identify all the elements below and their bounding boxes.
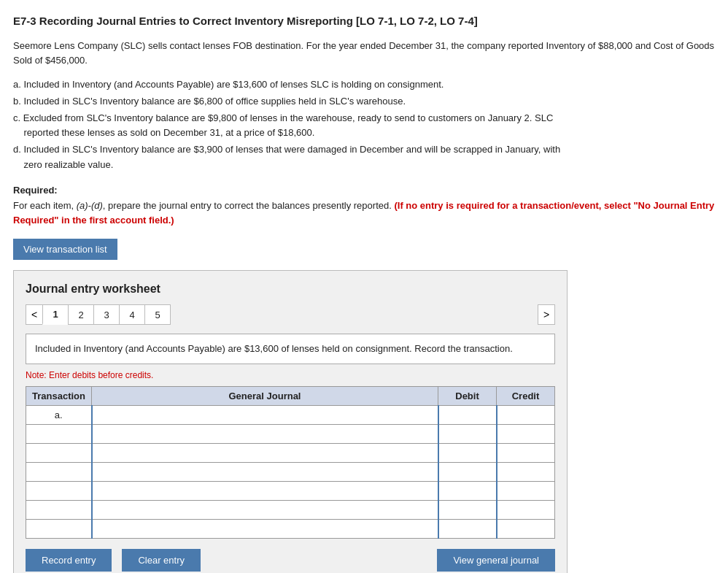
table-row (26, 500, 555, 519)
table-row (26, 519, 555, 538)
journal-cell-3[interactable] (92, 443, 438, 462)
credit-input-6[interactable] (497, 501, 555, 519)
journal-cell-1[interactable] (92, 405, 438, 424)
debit-input-7[interactable] (439, 520, 496, 538)
journal-input-2[interactable] (93, 425, 438, 443)
tab-prev-button[interactable]: < (26, 304, 43, 325)
credit-input-1[interactable] (497, 406, 555, 424)
credit-cell-7[interactable] (497, 519, 555, 538)
debit-input-5[interactable] (439, 482, 496, 500)
table-row: a. (26, 405, 555, 424)
item-a: a. Included in Inventory (and Accounts P… (13, 77, 715, 93)
debit-cell-2[interactable] (438, 424, 497, 443)
journal-table: Transaction General Journal Debit Credit… (26, 386, 555, 539)
required-highlight: (If no entry is required for a transacti… (13, 200, 714, 226)
view-transaction-button[interactable]: View transaction list (13, 239, 117, 260)
debit-cell-5[interactable] (438, 481, 497, 500)
credit-input-5[interactable] (497, 482, 555, 500)
journal-cell-5[interactable] (92, 481, 438, 500)
credit-cell-2[interactable] (497, 424, 555, 443)
credit-cell-3[interactable] (497, 443, 555, 462)
credit-cell-6[interactable] (497, 500, 555, 519)
table-row (26, 424, 555, 443)
intro-text: Seemore Lens Company (SLC) sells contact… (13, 39, 715, 67)
credit-input-4[interactable] (497, 463, 555, 481)
page-title: E7-3 Recording Journal Entries to Correc… (13, 13, 715, 28)
required-section: Required: For each item, (a)-(d), prepar… (13, 183, 715, 228)
worksheet-title: Journal entry worksheet (26, 282, 555, 296)
tab-navigation: < 1 2 3 4 5 > (26, 304, 555, 325)
credit-cell-4[interactable] (497, 462, 555, 481)
header-credit: Credit (497, 386, 555, 405)
debit-input-3[interactable] (439, 444, 496, 462)
journal-input-5[interactable] (93, 482, 438, 500)
debit-cell-1[interactable] (438, 405, 497, 424)
item-b: b. Included in SLC's Inventory balance a… (13, 94, 715, 109)
journal-input-3[interactable] (93, 444, 438, 462)
tab-2[interactable]: 2 (68, 304, 94, 325)
tab-5[interactable]: 5 (144, 304, 171, 325)
debit-cell-6[interactable] (438, 500, 497, 519)
transaction-cell-1: a. (26, 405, 92, 424)
table-row (26, 462, 555, 481)
item-d: d. Included in SLC's Inventory balance a… (13, 142, 715, 173)
debit-cell-3[interactable] (438, 443, 497, 462)
view-general-journal-button[interactable]: View general journal (437, 549, 555, 572)
debit-input-2[interactable] (439, 425, 496, 443)
journal-cell-4[interactable] (92, 462, 438, 481)
header-journal: General Journal (92, 386, 438, 405)
header-debit: Debit (438, 386, 497, 405)
credit-input-7[interactable] (497, 520, 555, 538)
items-list: a. Included in Inventory (and Accounts P… (13, 77, 715, 173)
transaction-cell-5 (26, 481, 92, 500)
credit-cell-5[interactable] (497, 481, 555, 500)
debit-cell-4[interactable] (438, 462, 497, 481)
description-box: Included in Inventory (and Accounts Paya… (26, 334, 555, 364)
transaction-cell-3 (26, 443, 92, 462)
item-c: c. Excluded from SLC's Inventory balance… (13, 111, 715, 142)
debit-input-6[interactable] (439, 501, 496, 519)
required-label: Required: (13, 185, 58, 196)
tab-next-button[interactable]: > (538, 304, 555, 325)
credit-input-3[interactable] (497, 444, 555, 462)
transaction-cell-6 (26, 500, 92, 519)
journal-cell-6[interactable] (92, 500, 438, 519)
journal-input-1[interactable] (93, 406, 438, 424)
header-transaction: Transaction (26, 386, 92, 405)
worksheet-container: Journal entry worksheet < 1 2 3 4 5 > In… (13, 270, 568, 573)
debit-cell-7[interactable] (438, 519, 497, 538)
debit-input-1[interactable] (439, 406, 496, 424)
note-text: Note: Enter debits before credits. (26, 370, 555, 380)
transaction-cell-2 (26, 424, 92, 443)
journal-cell-7[interactable] (92, 519, 438, 538)
table-row (26, 481, 555, 500)
transaction-cell-4 (26, 462, 92, 481)
transaction-cell-7 (26, 519, 92, 538)
clear-entry-button[interactable]: Clear entry (122, 549, 201, 572)
table-row (26, 443, 555, 462)
credit-input-2[interactable] (497, 425, 555, 443)
journal-cell-2[interactable] (92, 424, 438, 443)
tab-1[interactable]: 1 (42, 304, 69, 325)
journal-input-4[interactable] (93, 463, 438, 481)
journal-input-6[interactable] (93, 501, 438, 519)
required-text: For each item, (a)-(d), prepare the jour… (13, 199, 715, 229)
tab-3[interactable]: 3 (93, 304, 120, 325)
journal-input-7[interactable] (93, 520, 438, 538)
credit-cell-1[interactable] (497, 405, 555, 424)
record-entry-button[interactable]: Record entry (26, 549, 112, 572)
debit-input-4[interactable] (439, 463, 496, 481)
tab-4[interactable]: 4 (119, 304, 145, 325)
bottom-buttons: Record entry Clear entry View general jo… (26, 549, 555, 572)
